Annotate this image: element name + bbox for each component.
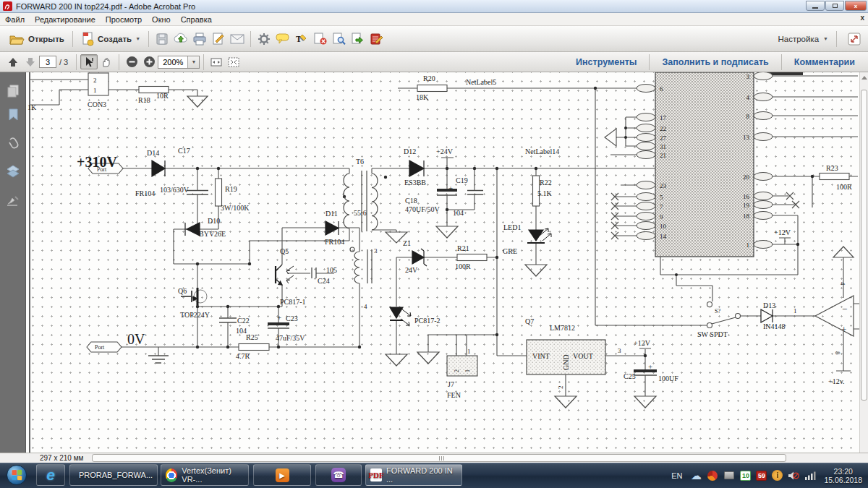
zoom-dropdown-button[interactable]: ▼ [187, 56, 199, 68]
zoom-out-button[interactable] [123, 54, 140, 69]
network-signal-icon[interactable] [804, 470, 816, 481]
layers-icon[interactable] [0, 159, 26, 184]
schematic-label: +12v. [828, 377, 845, 385]
schematic-label: C18 [405, 197, 417, 205]
tray-badge-red[interactable]: 59 [756, 471, 767, 481]
taskbar-clock[interactable]: 23:20 15.06.2018 [824, 467, 862, 484]
display-settings-icon[interactable] [724, 471, 734, 479]
chevron-down-icon: ▼ [191, 59, 196, 64]
schematic-label: Q7 [525, 317, 534, 325]
optocoupler-PC817-2-led [390, 307, 411, 325]
schematic-label: 1K [27, 103, 37, 111]
menu-view[interactable]: Просмотр [101, 14, 147, 25]
zoom-in-button[interactable] [140, 54, 158, 69]
schematic-label: 104 [453, 209, 464, 217]
title-bar[interactable]: FORWARD 200 IN top224.pdf - Adobe Acroba… [0, 0, 868, 13]
minimize-button[interactable] [806, 1, 825, 11]
schematic-label: D12 [404, 147, 416, 155]
schematic-label: 20 [743, 174, 750, 181]
chevron-down-icon[interactable]: ▼ [823, 36, 828, 41]
select-tool-button[interactable] [80, 54, 98, 69]
schematic-label: 7 [660, 203, 663, 210]
share-cloud-button[interactable] [171, 30, 190, 48]
schematic-label: 4 [364, 303, 367, 310]
tools-panel-button[interactable]: Инструменты [567, 57, 645, 67]
chevron-down-icon: ▼ [135, 36, 140, 41]
next-page-button[interactable] [22, 54, 39, 69]
cloud-sync-icon[interactable]: ☁ [690, 470, 702, 481]
taskbar-pdf-button[interactable]: PDF FORWARD 200 IN ... [365, 464, 462, 486]
attachments-icon[interactable] [0, 132, 26, 156]
separator [76, 54, 77, 70]
preferences-gear-button[interactable] [255, 30, 273, 48]
schematic-label: 16 [743, 193, 750, 200]
open-button[interactable]: Открыть [4, 30, 69, 48]
language-indicator[interactable]: EN [671, 471, 682, 480]
schematic-label: 3 [374, 247, 378, 254]
horizontal-scrollbar[interactable] [90, 454, 857, 463]
menu-edit[interactable]: Редактирование [30, 14, 101, 25]
search-document-button[interactable] [330, 30, 349, 48]
volume-muted-icon[interactable] [788, 470, 799, 481]
tray-badge-green[interactable]: 10 [740, 471, 751, 481]
fit-width-button[interactable] [208, 54, 225, 69]
bookmarks-icon[interactable] [0, 103, 26, 127]
menu-window[interactable]: Окно [147, 14, 176, 25]
system-tray: EN ☁ 10 59 i 23:20 15.06.2018 [671, 463, 862, 488]
schematic-label: ES3BB [404, 179, 426, 187]
ccleaner-icon[interactable] [707, 471, 718, 481]
vertical-scrollbar[interactable] [859, 72, 868, 453]
export-page-button[interactable] [349, 30, 367, 48]
horizontal-scroll-thumb[interactable] [92, 454, 786, 462]
schematic-label: 103/630V [160, 186, 190, 194]
email-button[interactable] [228, 30, 247, 48]
zoom-value: 200% [158, 58, 187, 67]
restore-button[interactable] [825, 1, 844, 11]
separator [72, 31, 73, 47]
page-number-input[interactable] [39, 56, 56, 68]
toolbar-close-icon[interactable]: x [860, 14, 864, 22]
taskbar-mediaplayer-button[interactable]: ▶ [253, 464, 311, 486]
comment-bubble-button[interactable] [273, 30, 292, 48]
notification-info-icon[interactable]: i [772, 470, 783, 481]
menu-help[interactable]: Справка [176, 14, 217, 25]
create-button[interactable]: Создать ▼ [77, 30, 145, 48]
zoom-level-select[interactable]: 200% ▼ [158, 56, 200, 69]
media-player-icon: ▶ [276, 468, 289, 482]
page-thumbnails-icon[interactable] [0, 78, 26, 103]
schematic-label: 31 [660, 143, 666, 150]
previous-page-button[interactable] [4, 54, 22, 69]
schematic-label: 9 [660, 213, 663, 221]
vertical-scroll-thumb[interactable] [861, 90, 867, 401]
schematic-label: D10 [208, 217, 220, 225]
expand-panel-button[interactable] [845, 30, 864, 48]
schematic-label: + [448, 184, 453, 192]
save-button[interactable] [153, 30, 171, 48]
print-button[interactable] [190, 30, 209, 48]
hand-tool-button[interactable] [98, 54, 115, 69]
schematic-label: D11 [326, 210, 338, 218]
scroll-up-icon[interactable] [861, 76, 867, 80]
taskbar-folder-button[interactable]: PRORAB_FORWA... [69, 464, 158, 486]
signatures-icon[interactable] [0, 188, 26, 213]
sign-document-button[interactable] [209, 30, 228, 48]
taskbar-ie-button[interactable]: e [36, 464, 65, 486]
fit-page-button[interactable] [225, 54, 242, 69]
chrome-icon [166, 468, 177, 482]
settings-label[interactable]: Настройка [778, 35, 819, 43]
fill-sign-panel-button[interactable]: Заполнить и подписать [653, 57, 777, 67]
highlight-text-button[interactable]: T [292, 30, 311, 48]
custom-tool-button[interactable] [367, 30, 386, 48]
switch-SW-SPDT [707, 302, 741, 328]
delete-pages-button[interactable] [311, 30, 330, 48]
comments-panel-button[interactable]: Комментарии [786, 57, 864, 67]
schematic-label: 0V [127, 331, 145, 347]
taskbar-viber-button[interactable]: ☎ [315, 464, 362, 486]
start-button[interactable] [7, 465, 27, 485]
taskbar-chrome-button[interactable]: Vertex(Зенит) VR-... [161, 464, 249, 486]
close-button[interactable]: x [845, 1, 867, 11]
schematic-label: 14 [660, 233, 667, 240]
menu-file[interactable]: Файл [0, 14, 30, 25]
schematic-label: R18 [138, 96, 150, 104]
schematic-label: LED1 [503, 223, 521, 231]
